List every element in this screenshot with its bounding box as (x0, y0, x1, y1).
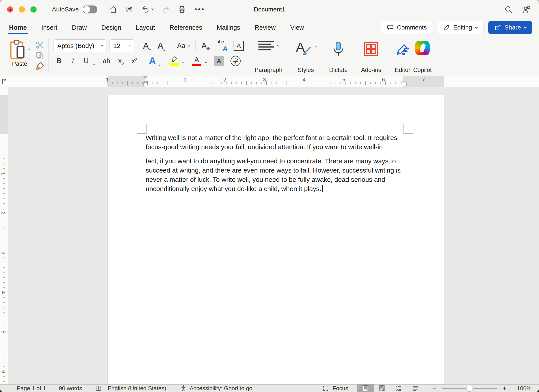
cut-icon[interactable] (35, 41, 44, 50)
tab-draw[interactable]: Draw (71, 21, 87, 34)
undo-dropdown-chevron[interactable] (151, 8, 154, 10)
copilot-label: Copilot (413, 67, 432, 74)
close-window-button[interactable] (7, 6, 13, 13)
format-painter-icon[interactable] (35, 62, 44, 71)
vruler-number-6: 6 (0, 370, 6, 373)
copilot-button[interactable]: Copilot (412, 36, 438, 76)
font-size-select[interactable]: 12 (110, 39, 134, 52)
draft-view-button[interactable] (407, 384, 424, 392)
print-icon[interactable] (178, 5, 186, 14)
save-icon[interactable] (126, 6, 133, 13)
page[interactable]: Writing well is not a matter of the righ… (107, 95, 444, 384)
document-text[interactable]: Writing well is not a matter of the righ… (146, 133, 408, 198)
paragraph-group-button[interactable]: Paragraph (248, 36, 289, 76)
zoom-slider[interactable] (442, 388, 497, 389)
highlight-dropdown-chevron[interactable] (182, 61, 184, 63)
search-icon[interactable] (504, 5, 513, 14)
autosave-toggle[interactable] (83, 5, 97, 14)
share-icon (494, 24, 501, 31)
text-line: Writing well is not a matter of the righ… (146, 133, 408, 142)
focus-label: Focus (332, 385, 348, 392)
right-indent-marker[interactable] (399, 81, 407, 86)
zoom-window-button[interactable] (30, 6, 37, 13)
vruler-number-2: 2 (0, 212, 6, 215)
titlebar: AutoSave ••• Document1 (0, 0, 539, 19)
text-effects-button[interactable]: A◆ (201, 41, 207, 50)
editor-button[interactable]: Editor (388, 36, 412, 76)
tab-insert[interactable]: Insert (41, 21, 58, 34)
editing-label: Editing (453, 24, 472, 31)
print-layout-view-button[interactable] (357, 384, 374, 392)
enclose-characters-button[interactable]: 字 (231, 56, 241, 66)
ribbon-tabs: Home Insert Draw Design Layout Reference… (0, 19, 539, 36)
horizontal-ruler[interactable]: 1 1 2 3 4 5 6 7 (0, 76, 539, 87)
web-layout-view-button[interactable] (374, 384, 390, 392)
home-icon[interactable] (109, 5, 117, 14)
focus-icon (322, 385, 329, 392)
word-count[interactable]: 90 words (59, 385, 82, 392)
font-color-dropdown-chevron[interactable] (204, 61, 207, 63)
font-color-button[interactable]: A (192, 56, 202, 66)
dictate-button[interactable]: Dictate (322, 36, 354, 76)
tab-references[interactable]: References (169, 21, 202, 34)
tab-stop-selector[interactable] (0, 76, 8, 87)
proofing-icon[interactable] (95, 385, 102, 392)
styles-group-button[interactable]: A Styles (289, 36, 322, 76)
phonetic-guide-button[interactable]: abc A (217, 40, 228, 52)
zoom-in-button[interactable]: + (501, 384, 507, 392)
grow-font-button[interactable]: A (143, 41, 151, 51)
superscript-button[interactable]: x2 (132, 57, 137, 65)
change-case-button[interactable]: Aa (177, 42, 190, 50)
text-effects-styles-button[interactable]: A (149, 56, 160, 66)
view-switcher (357, 384, 424, 392)
ruler-number-3: 3 (263, 77, 266, 83)
accessibility-status[interactable]: Accessibility: Good to go (180, 385, 252, 392)
undo-icon[interactable] (141, 5, 153, 14)
share-button[interactable]: Share (488, 21, 532, 34)
minimize-window-button[interactable] (19, 6, 25, 13)
outline-view-button[interactable] (390, 384, 407, 392)
tab-review[interactable]: Review (254, 21, 276, 34)
zoom-slider-thumb[interactable] (466, 385, 473, 392)
vruler-number-1: 1 (0, 172, 6, 175)
editing-mode-button[interactable]: Editing (438, 21, 484, 34)
comments-label: Comments (397, 24, 427, 31)
zoom-out-button[interactable]: − (432, 384, 438, 392)
subscript-button[interactable]: x2 (118, 57, 124, 65)
underline-button[interactable]: U (84, 57, 95, 65)
document-title: Document1 (254, 6, 285, 13)
copy-icon[interactable] (35, 51, 44, 60)
paragraph-label: Paragraph (255, 67, 282, 74)
comments-button[interactable]: Comments (381, 21, 433, 34)
tab-layout[interactable]: Layout (135, 21, 155, 34)
pencil-icon (444, 24, 450, 31)
character-shading-button[interactable]: A (214, 56, 224, 66)
font-name-select[interactable]: Aptos (Body) (53, 39, 106, 52)
focus-button[interactable]: Focus (322, 385, 348, 392)
text-line: never a matter of luck. To write well, y… (146, 175, 408, 184)
indent-markers[interactable] (142, 76, 149, 87)
highlight-color-button[interactable] (169, 56, 179, 66)
strikethrough-button[interactable]: ab (103, 57, 110, 65)
more-options-icon[interactable]: ••• (194, 5, 205, 14)
page-indicator[interactable]: Page 1 of 1 (17, 385, 46, 392)
zoom-percentage[interactable]: 100% (512, 385, 531, 392)
language-indicator[interactable]: English (United States) (108, 385, 166, 392)
feedback-person-icon[interactable] (522, 5, 531, 14)
styles-label: Styles (298, 67, 314, 74)
tab-design[interactable]: Design (101, 21, 122, 34)
vertical-ruler[interactable]: 1 2 3 4 5 6 (0, 87, 8, 384)
addins-button[interactable]: Add-ins (354, 36, 388, 76)
shrink-font-button[interactable]: A (158, 41, 165, 51)
tab-home[interactable]: Home (9, 21, 27, 34)
tab-view[interactable]: View (290, 21, 304, 34)
paste-dropdown-chevron[interactable] (28, 47, 30, 50)
character-border-button[interactable]: A (234, 41, 244, 51)
italic-button[interactable]: I (72, 57, 74, 65)
ribbon-home: Paste Aptos (Body) (0, 36, 539, 76)
paragraph-2: fact, if you want to do anything well-yo… (146, 156, 408, 194)
bold-button[interactable]: B (57, 57, 62, 65)
paste-button[interactable]: Paste (9, 39, 30, 74)
tab-mailings[interactable]: Mailings (216, 21, 241, 34)
accessibility-label: Accessibility: Good to go (189, 385, 252, 392)
